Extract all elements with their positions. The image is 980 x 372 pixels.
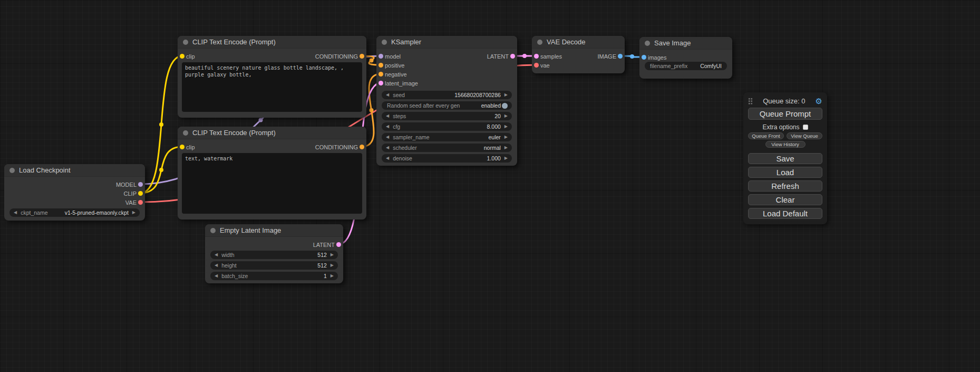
scheduler-widget[interactable]: ◀ scheduler normal ▶ (382, 144, 512, 152)
widget-value: 512 (317, 262, 327, 269)
node-title: KSampler (391, 38, 421, 46)
queue-panel-header: Queue size: 0 ⚙ (748, 96, 822, 106)
node-clip-text-encode-positive[interactable]: CLIP Text Encode (Prompt) clip CONDITION… (178, 36, 366, 118)
refresh-button[interactable]: Refresh (748, 180, 822, 192)
increment-arrow-icon[interactable]: ▶ (331, 263, 334, 268)
latent-output-dot[interactable] (336, 242, 341, 247)
node-title-bar[interactable]: CLIP Text Encode (Prompt) (178, 36, 366, 49)
decrement-arrow-icon[interactable]: ◀ (386, 114, 389, 118)
node-title-bar[interactable]: Empty Latent Image (205, 224, 343, 237)
node-title-bar[interactable]: Load Checkpoint (4, 164, 145, 177)
latent-output-dot[interactable] (510, 54, 515, 59)
slot-label: negative (385, 71, 407, 78)
view-history-button[interactable]: View History (765, 141, 806, 148)
decrement-arrow-icon[interactable]: ◀ (215, 253, 218, 257)
filename-prefix-widget[interactable]: filename_prefix ComfyUI (645, 62, 727, 70)
steps-widget[interactable]: ◀ steps 20 ▶ (382, 112, 512, 120)
input-slot-vae: vae (532, 61, 625, 70)
collapse-dot-icon[interactable] (537, 40, 542, 45)
node-vae-decode[interactable]: VAE Decode samples IMAGE vae (532, 36, 625, 73)
images-input-dot[interactable] (642, 55, 646, 60)
slot-label: CONDITIONING (315, 53, 358, 60)
view-queue-button[interactable]: View Queue (787, 132, 822, 139)
vae-input-dot[interactable] (534, 63, 539, 68)
link-midpoint-dot (522, 54, 527, 58)
node-empty-latent-image[interactable]: Empty Latent Image LATENT ◀ width 512 ▶ … (205, 224, 343, 283)
collapse-dot-icon[interactable] (382, 40, 387, 45)
denoise-widget[interactable]: ◀ denoise 1.000 ▶ (382, 154, 512, 163)
conditioning-output-dot[interactable] (360, 145, 364, 149)
clear-button[interactable]: Clear (748, 194, 822, 205)
vae-output-dot[interactable] (138, 200, 143, 205)
node-clip-text-encode-negative[interactable]: CLIP Text Encode (Prompt) clip CONDITION… (178, 127, 366, 220)
model-output-dot[interactable] (138, 182, 143, 187)
increment-arrow-icon[interactable]: ▶ (504, 146, 508, 150)
increment-arrow-icon[interactable]: ▶ (132, 211, 135, 215)
node-load-checkpoint[interactable]: Load Checkpoint MODEL CLIP VAE ◀ ckpt_na… (4, 164, 145, 221)
collapse-dot-icon[interactable] (183, 130, 188, 136)
decrement-arrow-icon[interactable]: ◀ (386, 156, 389, 160)
batch-size-widget[interactable]: ◀ batch_size 1 ▶ (210, 272, 338, 280)
clip-input-dot[interactable] (180, 54, 185, 59)
collapse-dot-icon[interactable] (9, 168, 15, 173)
height-widget[interactable]: ◀ height 512 ▶ (210, 261, 338, 270)
slot-label: images (648, 54, 666, 61)
node-title-bar[interactable]: Save Image (639, 37, 732, 50)
latent-image-input-dot[interactable] (379, 81, 383, 85)
model-input-dot[interactable] (379, 54, 383, 59)
node-save-image[interactable]: Save Image images filename_prefix ComfyU… (639, 37, 732, 79)
slot-label: CONDITIONING (315, 144, 358, 150)
toggle-knob[interactable] (502, 103, 508, 109)
increment-arrow-icon[interactable]: ▶ (331, 253, 334, 257)
positive-prompt-textarea[interactable]: beautiful scenery nature glass bottle la… (182, 62, 362, 112)
output-slot-vae: VAE (4, 198, 145, 207)
queue-prompt-button[interactable]: Queue Prompt (748, 108, 822, 120)
slot-label: VAE (125, 199, 137, 206)
widget-label: width (221, 252, 235, 258)
sampler-name-widget[interactable]: ◀ sampler_name euler ▶ (382, 133, 512, 141)
decrement-arrow-icon[interactable]: ◀ (215, 274, 218, 278)
collapse-dot-icon[interactable] (210, 228, 216, 233)
decrement-arrow-icon[interactable]: ◀ (386, 125, 389, 129)
node-title-bar[interactable]: CLIP Text Encode (Prompt) (178, 127, 366, 139)
extra-options-label: Extra options (762, 123, 799, 131)
node-canvas[interactable]: Load Checkpoint MODEL CLIP VAE ◀ ckpt_na… (0, 0, 980, 372)
node-ksampler[interactable]: KSampler model LATENT positive negative … (376, 36, 517, 166)
collapse-dot-icon[interactable] (183, 40, 188, 45)
extra-options-checkbox[interactable] (803, 125, 808, 130)
decrement-arrow-icon[interactable]: ◀ (386, 135, 389, 139)
load-button[interactable]: Load (748, 167, 822, 178)
increment-arrow-icon[interactable]: ▶ (504, 125, 508, 129)
width-widget[interactable]: ◀ width 512 ▶ (210, 251, 338, 259)
cfg-widget[interactable]: ◀ cfg 8.000 ▶ (382, 122, 512, 131)
collapse-dot-icon[interactable] (645, 41, 650, 46)
drag-handle-icon[interactable] (748, 98, 753, 104)
negative-prompt-textarea[interactable]: text, watermark (182, 153, 362, 214)
save-button[interactable]: Save (748, 153, 822, 164)
decrement-arrow-icon[interactable]: ◀ (386, 93, 389, 97)
increment-arrow-icon[interactable]: ▶ (504, 93, 508, 97)
increment-arrow-icon[interactable]: ▶ (504, 114, 508, 118)
node-title-bar[interactable]: KSampler (376, 36, 517, 49)
decrement-arrow-icon[interactable]: ◀ (386, 146, 389, 150)
queue-front-button[interactable]: Queue Front (748, 132, 784, 139)
increment-arrow-icon[interactable]: ▶ (331, 274, 334, 278)
clip-output-dot[interactable] (138, 191, 143, 196)
widget-label: Random seed after every gen (387, 102, 460, 109)
negative-input-dot[interactable] (379, 72, 383, 77)
random-seed-toggle-widget[interactable]: Random seed after every gen enabled (382, 101, 512, 110)
decrement-arrow-icon[interactable]: ◀ (215, 263, 218, 268)
image-output-dot[interactable] (618, 54, 623, 59)
ckpt-name-widget[interactable]: ◀ ckpt_name v1-5-pruned-emaonly.ckpt ▶ (9, 208, 140, 217)
increment-arrow-icon[interactable]: ▶ (504, 135, 508, 139)
load-default-button[interactable]: Load Default (748, 208, 822, 219)
decrement-arrow-icon[interactable]: ◀ (14, 211, 17, 215)
seed-widget[interactable]: ◀ seed 156680208700286 ▶ (382, 91, 512, 99)
node-title-bar[interactable]: VAE Decode (532, 36, 625, 49)
conditioning-output-dot[interactable] (360, 54, 364, 59)
increment-arrow-icon[interactable]: ▶ (504, 156, 508, 160)
clip-input-dot[interactable] (180, 145, 185, 149)
samples-input-dot[interactable] (534, 54, 539, 59)
gear-icon[interactable]: ⚙ (816, 97, 822, 105)
positive-input-dot[interactable] (379, 63, 383, 68)
